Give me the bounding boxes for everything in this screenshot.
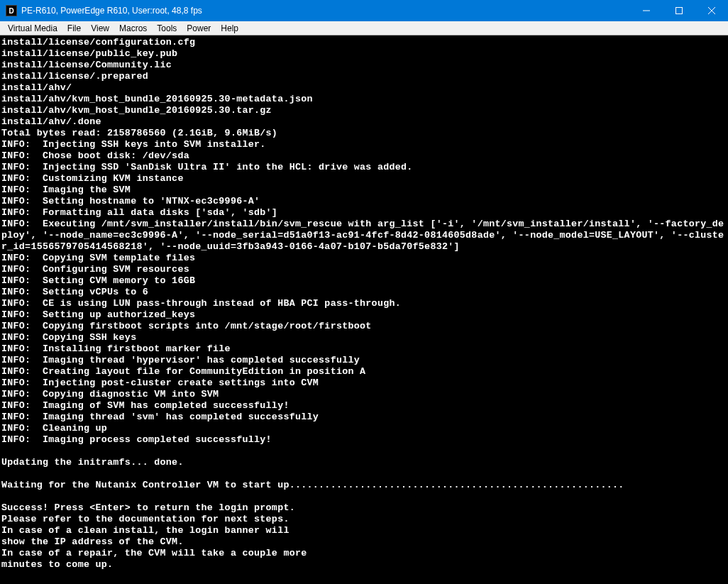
maximize-icon — [675, 7, 683, 14]
window-controls — [630, 0, 728, 21]
menu-power[interactable]: Power — [182, 23, 216, 34]
close-button[interactable] — [695, 0, 728, 21]
minimize-icon — [643, 7, 650, 14]
menu-file[interactable]: File — [62, 23, 86, 34]
menu-bar: Virtual Media File View Macros Tools Pow… — [0, 21, 728, 35]
terminal-output[interactable]: install/license/configuration.cfg instal… — [0, 35, 728, 584]
menu-macros[interactable]: Macros — [114, 23, 152, 34]
window-title: PE-R610, PowerEdge R610, User:root, 48,8… — [21, 6, 630, 16]
menu-help[interactable]: Help — [216, 23, 243, 34]
svg-rect-1 — [676, 8, 683, 14]
close-icon — [708, 7, 715, 14]
menu-tools[interactable]: Tools — [152, 23, 182, 34]
app-icon: D — [6, 5, 17, 16]
maximize-button[interactable] — [663, 0, 695, 21]
menu-view[interactable]: View — [86, 23, 114, 34]
window-titlebar: D PE-R610, PowerEdge R610, User:root, 48… — [0, 0, 728, 21]
minimize-button[interactable] — [630, 0, 663, 21]
menu-virtual-media[interactable]: Virtual Media — [3, 23, 62, 34]
